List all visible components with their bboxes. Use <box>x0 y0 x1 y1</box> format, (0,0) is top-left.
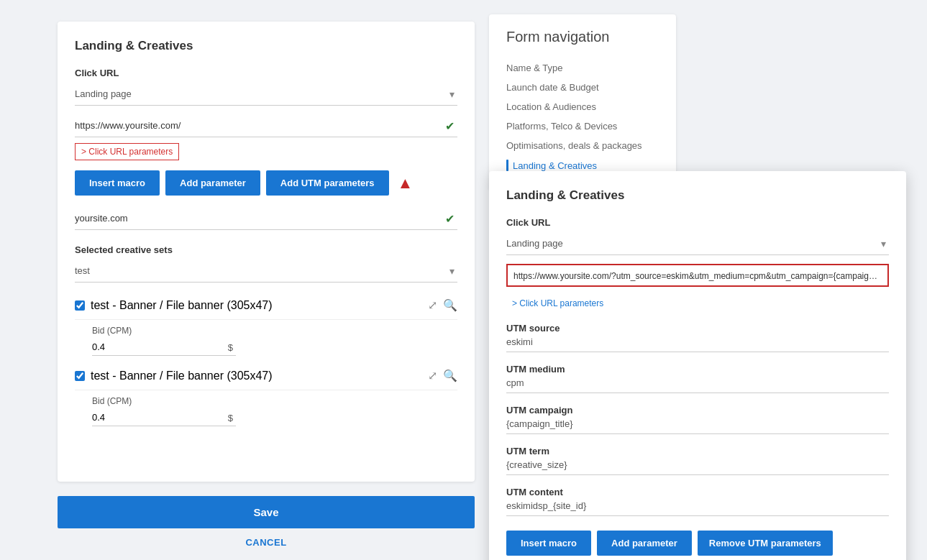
popup-click-url-select-wrapper: Landing page ▾ <box>506 232 889 255</box>
popup-url-text: https://www.yoursite.com/?utm_source=esk… <box>513 271 689 281</box>
nav-item-optimisations-label: Optimisations, deals & packages <box>506 140 642 151</box>
url-input[interactable] <box>75 114 457 137</box>
nav-item-name-type-label: Name & Type <box>506 63 563 73</box>
click-url-select[interactable]: Landing page <box>75 83 457 106</box>
url-input-wrapper: ✔ <box>75 114 457 137</box>
utm-source-field: UTM source eskimi <box>506 323 889 352</box>
main-form: Landing & Creatives Click URL Landing pa… <box>58 22 475 482</box>
utm-source-value: eskimi <box>506 336 889 352</box>
popup-click-url-params-link[interactable]: > Click URL parameters <box>506 295 609 311</box>
creative-item-2: test - Banner / File banner (305x47) ⤢ 🔍 <box>75 362 457 390</box>
nav-item-platforms-label: Platforms, Telco & Devices <box>506 121 617 132</box>
bid-input-2[interactable] <box>92 409 236 426</box>
creative-item-2-checkbox[interactable] <box>75 371 85 381</box>
utm-medium-label: UTM medium <box>506 364 889 375</box>
add-utm-button[interactable]: Add UTM parameters <box>266 170 389 196</box>
popup-panel: Landing & Creatives Click URL Landing pa… <box>489 171 906 560</box>
utm-campaign-field: UTM campaign {campaign_title} <box>506 405 889 434</box>
creative-item-1-icons: ⤢ 🔍 <box>428 298 457 312</box>
main-section-title: Landing & Creatives <box>75 39 457 53</box>
utm-content-field: UTM content eskimidsp_{site_id} <box>506 487 889 516</box>
nav-item-optimisations[interactable]: Optimisations, deals & packages <box>506 136 659 155</box>
creative-set-select[interactable]: test <box>75 260 457 283</box>
zoom-icon-2[interactable]: 🔍 <box>443 369 457 382</box>
expand-icon[interactable]: ⤢ <box>428 298 437 312</box>
nav-panel-title: Form navigation <box>506 29 659 45</box>
nav-item-platforms[interactable]: Platforms, Telco & Devices <box>506 116 659 136</box>
popup-remove-utm-button[interactable]: Remove UTM parameters <box>698 531 833 556</box>
domain-input[interactable] <box>75 207 457 230</box>
popup-url-highlighted-text: &utm_medium=cpm&utm_campaign={campaign_t… <box>689 271 889 281</box>
utm-medium-field: UTM medium cpm <box>506 364 889 393</box>
creative-item-2-label: test - Banner / File banner (305x47) <box>91 369 273 382</box>
click-url-params-link[interactable]: > Click URL parameters <box>75 143 179 160</box>
popup-title: Landing & Creatives <box>506 188 889 203</box>
bid-label-2: Bid (CPM) <box>92 396 457 406</box>
creative-item-1-checkbox[interactable] <box>75 300 85 311</box>
bid-input-1[interactable] <box>92 339 236 356</box>
popup-url-highlighted: https://www.yoursite.com/?utm_source=esk… <box>506 264 889 287</box>
creative-sets-label: Selected creative sets <box>75 244 457 255</box>
popup-insert-macro-button[interactable]: Insert macro <box>506 531 591 556</box>
bid-row-2: Bid (CPM) $ <box>75 390 457 432</box>
zoom-icon[interactable]: 🔍 <box>443 298 457 312</box>
insert-macro-button[interactable]: Insert macro <box>75 170 160 196</box>
nav-item-location-label: Location & Audiences <box>506 101 596 112</box>
cancel-link[interactable]: CANCEL <box>58 537 475 548</box>
nav-item-location[interactable]: Location & Audiences <box>506 97 659 116</box>
popup-add-parameter-button[interactable]: Add parameter <box>597 531 692 556</box>
add-parameter-button[interactable]: Add parameter <box>165 170 260 196</box>
click-url-select-wrapper: Landing page ▾ <box>75 83 457 106</box>
utm-medium-value: cpm <box>506 377 889 393</box>
nav-item-landing-label: Landing & Creatives <box>513 160 597 171</box>
utm-content-label: UTM content <box>506 487 889 497</box>
macro-buttons-row: Insert macro Add parameter Add UTM param… <box>75 170 457 196</box>
domain-input-wrapper: ✔ <box>75 207 457 230</box>
nav-item-launch-date-label: Launch date & Budget <box>506 82 599 93</box>
utm-term-label: UTM term <box>506 446 889 456</box>
save-button[interactable]: Save <box>58 496 475 528</box>
creative-item-1-label: test - Banner / File banner (305x47) <box>91 299 273 312</box>
creative-sets-section: Selected creative sets test ▾ test - Ban… <box>75 244 457 432</box>
utm-source-label: UTM source <box>506 323 889 334</box>
expand-icon-2[interactable]: ⤢ <box>428 369 437 382</box>
nav-item-active-indicator <box>506 160 508 171</box>
nav-item-name-type[interactable]: Name & Type <box>506 58 659 78</box>
save-btn-row: Save CANCEL <box>58 496 475 548</box>
bid-input-wrapper-1: $ <box>92 339 236 356</box>
popup-click-url-select[interactable]: Landing page <box>506 232 889 255</box>
creative-item-1: test - Banner / File banner (305x47) ⤢ 🔍 <box>75 291 457 320</box>
nav-items-list: Name & Type Launch date & Budget Locatio… <box>506 58 659 175</box>
creative-item-2-icons: ⤢ 🔍 <box>428 369 457 382</box>
popup-buttons-row: Insert macro Add parameter Remove UTM pa… <box>506 531 889 556</box>
nav-panel: Form navigation Name & Type Launch date … <box>489 14 676 190</box>
utm-term-field: UTM term {creative_size} <box>506 446 889 475</box>
nav-item-launch-date[interactable]: Launch date & Budget <box>506 78 659 97</box>
domain-check-icon: ✔ <box>445 212 455 226</box>
bid-currency-1: $ <box>228 342 233 353</box>
arrow-up-icon: ▲ <box>398 174 414 193</box>
bid-input-wrapper-2: $ <box>92 409 236 426</box>
utm-content-value: eskimidsp_{site_id} <box>506 500 889 516</box>
creative-set-select-wrapper: test ▾ <box>75 260 457 283</box>
utm-campaign-label: UTM campaign <box>506 405 889 416</box>
utm-term-value: {creative_size} <box>506 459 889 475</box>
bid-row-1: Bid (CPM) $ <box>75 320 457 362</box>
bid-label-1: Bid (CPM) <box>92 326 457 336</box>
popup-click-url-label: Click URL <box>506 217 889 228</box>
utm-campaign-value: {campaign_title} <box>506 418 889 434</box>
url-check-icon: ✔ <box>445 119 455 133</box>
click-url-label: Click URL <box>75 68 457 78</box>
bid-currency-2: $ <box>228 413 233 423</box>
